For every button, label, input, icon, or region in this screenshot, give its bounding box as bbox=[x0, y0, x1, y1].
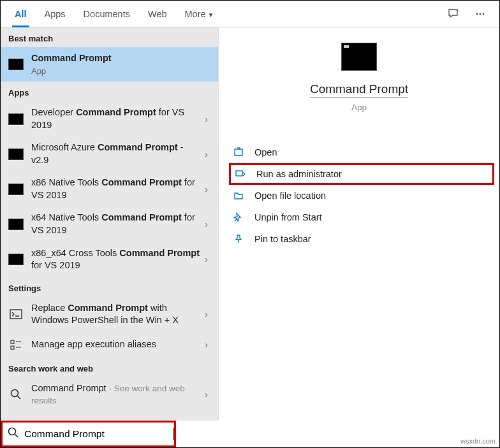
aliases-icon bbox=[8, 337, 24, 352]
app-result-item[interactable]: Microsoft Azure Command Prompt - v2.9 › bbox=[1, 136, 218, 171]
action-label: Pin to taskbar bbox=[254, 234, 311, 244]
app-result-item[interactable]: x86 Native Tools Command Prompt for VS 2… bbox=[1, 171, 218, 206]
terminal-icon bbox=[8, 57, 24, 72]
watermark: wsxdn.com bbox=[460, 437, 496, 445]
svg-point-9 bbox=[9, 428, 16, 435]
terminal-icon bbox=[8, 252, 24, 267]
results-panel: Best match Command Prompt App Apps Devel… bbox=[1, 27, 218, 421]
chevron-right-icon[interactable]: › bbox=[201, 340, 212, 350]
search-icon bbox=[8, 427, 19, 441]
search-icon bbox=[8, 387, 24, 402]
web-result-label: Command Prompt - See work and web result… bbox=[31, 382, 201, 407]
chevron-right-icon[interactable]: › bbox=[201, 149, 212, 159]
settings-result-label: Replace Command Prompt with Windows Powe… bbox=[31, 302, 201, 327]
svg-point-0 bbox=[476, 13, 478, 15]
feedback-icon[interactable] bbox=[447, 8, 460, 20]
svg-rect-3 bbox=[10, 310, 22, 319]
section-work-web: Search work and web bbox=[1, 358, 218, 377]
preview-subtitle: App bbox=[219, 103, 499, 112]
terminal-icon bbox=[8, 217, 24, 232]
svg-rect-8 bbox=[236, 171, 242, 176]
terminal-icon bbox=[8, 182, 24, 197]
action-run-as-admin[interactable]: Run as administrator bbox=[229, 163, 494, 185]
svg-point-2 bbox=[483, 13, 485, 15]
action-label: Open file location bbox=[254, 191, 326, 201]
pin-icon bbox=[232, 234, 246, 244]
chevron-right-icon[interactable]: › bbox=[201, 254, 212, 264]
preview-panel: Command Prompt App Open Run as administr… bbox=[218, 27, 499, 421]
ellipsis-icon[interactable] bbox=[474, 8, 487, 20]
settings-result-item[interactable]: Manage app execution aliases › bbox=[1, 332, 218, 358]
action-label: Unpin from Start bbox=[254, 212, 322, 222]
app-result-item[interactable]: x64 Native Tools Command Prompt for VS 2… bbox=[1, 206, 218, 242]
app-result-item[interactable]: Developer Command Prompt for VS 2019 › bbox=[1, 101, 218, 136]
terminal-icon-large bbox=[341, 43, 377, 71]
settings-result-label: Manage app execution aliases bbox=[31, 338, 201, 351]
folder-icon bbox=[232, 191, 246, 201]
svg-rect-5 bbox=[11, 346, 14, 349]
action-unpin-start[interactable]: Unpin from Start bbox=[229, 206, 494, 228]
action-label: Open bbox=[254, 147, 277, 157]
action-pin-taskbar[interactable]: Pin to taskbar bbox=[229, 228, 494, 250]
tab-apps[interactable]: Apps bbox=[36, 1, 75, 27]
action-open-location[interactable]: Open file location bbox=[229, 185, 494, 206]
filter-tab-bar: All Apps Documents Web More▼ bbox=[1, 1, 499, 27]
open-icon bbox=[232, 147, 246, 157]
tab-all[interactable]: All bbox=[6, 1, 36, 27]
shield-icon bbox=[233, 169, 247, 179]
app-result-label: Microsoft Azure Command Prompt - v2.9 bbox=[31, 141, 201, 166]
chevron-right-icon[interactable]: › bbox=[201, 389, 212, 400]
section-apps: Apps bbox=[1, 82, 218, 101]
unpin-icon bbox=[232, 212, 246, 222]
cmd-prompt-icon bbox=[8, 307, 24, 322]
tab-web[interactable]: Web bbox=[139, 1, 176, 27]
chevron-right-icon[interactable]: › bbox=[201, 114, 212, 124]
action-open[interactable]: Open bbox=[229, 141, 494, 163]
terminal-icon bbox=[8, 147, 24, 162]
best-match-item[interactable]: Command Prompt App bbox=[1, 47, 218, 82]
section-best-match: Best match bbox=[1, 27, 218, 47]
section-settings: Settings bbox=[1, 277, 218, 297]
preview-title[interactable]: Command Prompt bbox=[310, 82, 408, 98]
chevron-right-icon[interactable]: › bbox=[201, 184, 212, 194]
app-result-label: x86_x64 Cross Tools Command Prompt for V… bbox=[31, 247, 201, 272]
search-input[interactable]: Command Prompt bbox=[24, 428, 174, 440]
tab-documents[interactable]: Documents bbox=[75, 1, 139, 27]
tab-more[interactable]: More▼ bbox=[176, 1, 223, 27]
actions-list: Open Run as administrator Open file loca… bbox=[219, 141, 499, 250]
terminal-icon bbox=[8, 112, 24, 127]
app-result-label: x86 Native Tools Command Prompt for VS 2… bbox=[31, 177, 201, 201]
svg-point-1 bbox=[480, 13, 482, 15]
svg-point-6 bbox=[11, 390, 18, 397]
svg-rect-7 bbox=[235, 149, 242, 155]
search-bar: Command Prompt bbox=[1, 421, 499, 447]
best-match-title: Command Prompt bbox=[31, 52, 212, 65]
svg-rect-4 bbox=[11, 340, 14, 343]
app-result-label: x64 Native Tools Command Prompt for VS 2… bbox=[31, 212, 201, 236]
chevron-right-icon[interactable]: › bbox=[201, 309, 212, 319]
action-label: Run as administrator bbox=[256, 169, 342, 179]
best-match-subtitle: App bbox=[31, 66, 212, 77]
app-result-label: Developer Command Prompt for VS 2019 bbox=[31, 106, 201, 131]
search-box[interactable]: Command Prompt bbox=[1, 421, 176, 447]
chevron-right-icon[interactable]: › bbox=[201, 219, 212, 229]
web-result-item[interactable]: Command Prompt - See work and web result… bbox=[1, 377, 218, 412]
settings-result-item[interactable]: Replace Command Prompt with Windows Powe… bbox=[1, 297, 218, 332]
app-result-item[interactable]: x86_x64 Cross Tools Command Prompt for V… bbox=[1, 242, 218, 277]
